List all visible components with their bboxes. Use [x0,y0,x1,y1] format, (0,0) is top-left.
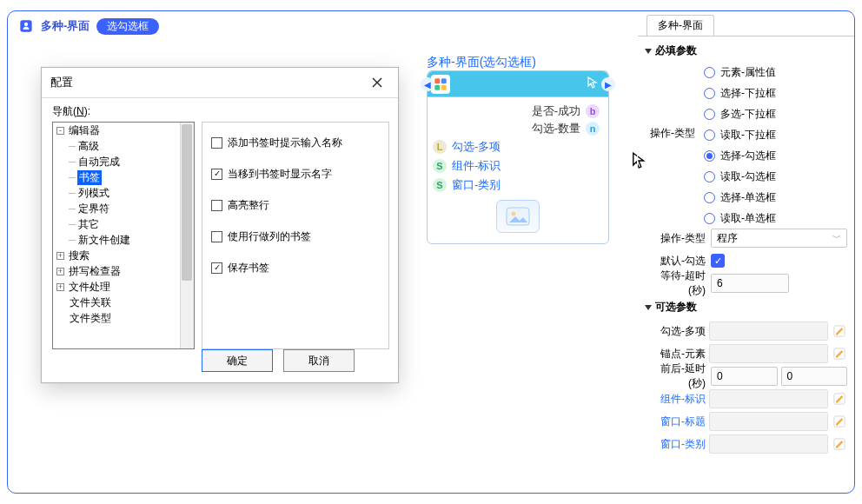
radio-row[interactable]: 读取-下拉框 [704,126,776,143]
options-pane: 添加书签时提示输入名称当移到书签时显示名字高亮整行使用行做列的书签保存书签 [202,122,389,349]
cursor-small-icon [587,76,598,92]
node-port-out-icon[interactable]: ▶ [601,77,615,91]
tree-scrollbar[interactable] [180,123,194,348]
default-check-checkbox[interactable]: ✓ [711,254,725,268]
tree-item[interactable]: 高级 [53,138,194,154]
radio-row[interactable]: 读取-单选框 [704,209,776,227]
node-card[interactable]: ◀ ▶ 是否-成功b 勾选-数量n L勾选-多项 S组件-标识 [427,70,609,244]
radio[interactable] [704,129,715,141]
tree-item[interactable]: 自动完成 [53,154,194,169]
edit-icon[interactable] [832,414,847,429]
delay-before-input[interactable]: 0 [711,367,778,386]
check-many-input[interactable] [709,322,828,341]
expand-icon[interactable]: + [56,268,64,275]
option-row[interactable]: 高亮整行 [211,197,380,213]
node-input-row[interactable]: S组件-标识 [433,156,600,176]
edit-icon[interactable] [832,436,847,452]
collapse-icon[interactable]: - [56,127,64,135]
radio[interactable] [704,213,715,224]
option-label: 当移到书签时显示名字 [228,167,332,182]
tree-item[interactable]: 文件类型 [53,310,194,326]
checkbox[interactable] [211,200,222,211]
delay-after-input[interactable]: 0 [781,367,848,386]
tree-item-label: 拼写检查器 [68,264,122,279]
pin-string-icon[interactable]: S [433,178,447,192]
ok-button[interactable]: 确定 [202,349,273,372]
radio-row[interactable]: 选择-单选框 [704,189,776,206]
cancel-button[interactable]: 取消 [283,349,355,372]
checkbox[interactable] [211,137,222,149]
tree-item[interactable]: 列模式 [53,185,194,201]
comp-id-input[interactable] [709,389,828,408]
tree-item[interactable]: 新文件创建 [53,232,194,248]
checkbox[interactable] [211,262,222,274]
caret-down-icon [645,49,652,54]
radio[interactable] [704,109,715,120]
tab-main[interactable]: 多种-界面 [646,15,714,36]
radio-row[interactable]: 选择-下拉框 [704,84,776,102]
option-row[interactable]: 添加书签时提示输入名称 [211,135,380,150]
image-placeholder-icon[interactable] [496,200,540,233]
node-port-in-icon[interactable]: ◀ [421,77,434,91]
edit-icon[interactable] [832,323,847,339]
radio[interactable] [704,171,715,182]
node-output-row[interactable]: 是否-成功b [436,103,600,120]
radio-row[interactable]: 读取-勾选框 [704,168,776,185]
tree-item[interactable]: +拼写检查器 [53,263,194,279]
edit-icon[interactable] [832,346,847,361]
timeout-row: 等待-超时(秒) 6 [645,272,847,295]
expand-icon[interactable]: + [56,283,64,291]
checkbox[interactable] [211,169,222,180]
win-title-input[interactable] [709,412,828,431]
tree-item[interactable]: -编辑器 [53,123,194,138]
op-type-select-row: 操作-类型 程序 ﹀ [645,227,847,249]
tree-item[interactable]: 书签 [53,169,194,185]
delay-row: 前后-延时(秒) 0 0 [645,365,847,388]
node-output-row[interactable]: 勾选-数量n [436,120,600,137]
win-title-row: 窗口-标题 [645,410,847,433]
node-input-row[interactable]: L勾选-多项 [433,137,600,156]
anchor-elem-input[interactable] [709,344,828,363]
option-row[interactable]: 当移到书签时显示名字 [211,166,380,182]
node-input-row[interactable]: S窗口-类别 [433,176,600,195]
scrollbar-thumb[interactable] [182,124,192,281]
caret-down-icon [645,305,652,310]
radio[interactable] [704,88,715,99]
section-optional[interactable]: 可选参数 [645,300,847,315]
pin-number-icon[interactable]: n [586,122,600,136]
radio[interactable] [704,67,715,78]
edit-icon[interactable] [832,391,847,407]
pin-list-icon[interactable]: L [433,140,447,154]
radio[interactable] [704,150,715,162]
option-row[interactable]: 使用行做列的书签 [211,229,380,244]
tree-item[interactable]: +搜索 [53,248,194,263]
checkbox[interactable] [211,231,222,242]
svg-rect-2 [434,78,440,83]
node-body: 是否-成功b 勾选-数量n L勾选-多项 S组件-标识 S窗口-类别 [428,97,608,243]
tree-item[interactable]: 其它 [53,216,194,232]
option-row[interactable]: 保存书签 [211,260,380,275]
nav-tree[interactable]: -编辑器高级自动完成书签列模式定界符其它新文件创建+搜索+拼写检查器+文件处理文… [52,122,195,349]
radio[interactable] [704,192,715,203]
tree-item-label: 其它 [77,217,100,232]
radio-row[interactable]: 选择-勾选框 [704,147,776,164]
timeout-input[interactable]: 6 [711,274,789,293]
dialog-header[interactable]: 配置 [42,68,398,97]
option-label: 添加书签时提示输入名称 [228,136,342,150]
section-required[interactable]: 必填参数 [645,43,847,58]
radio-label: 元素-属性值 [720,65,776,80]
tree-item[interactable]: 文件关联 [53,295,194,310]
close-icon[interactable] [365,73,389,92]
radio-row[interactable]: 多选-下拉框 [704,105,776,123]
radio-row[interactable]: 元素-属性值 [704,63,776,81]
canvas-pill[interactable]: 选勾选框 [96,18,159,35]
pin-string-icon[interactable]: S [433,159,447,173]
tree-item[interactable]: +文件处理 [53,279,194,295]
win-class-input[interactable] [709,434,828,454]
tree-item[interactable]: 定界符 [53,201,194,216]
nav-label: 导航(N): [52,104,90,119]
expand-icon[interactable]: + [56,252,64,260]
pin-bool-icon[interactable]: b [586,104,600,118]
op-type-select[interactable]: 程序 ﹀ [711,229,847,248]
node-header[interactable] [428,71,608,97]
